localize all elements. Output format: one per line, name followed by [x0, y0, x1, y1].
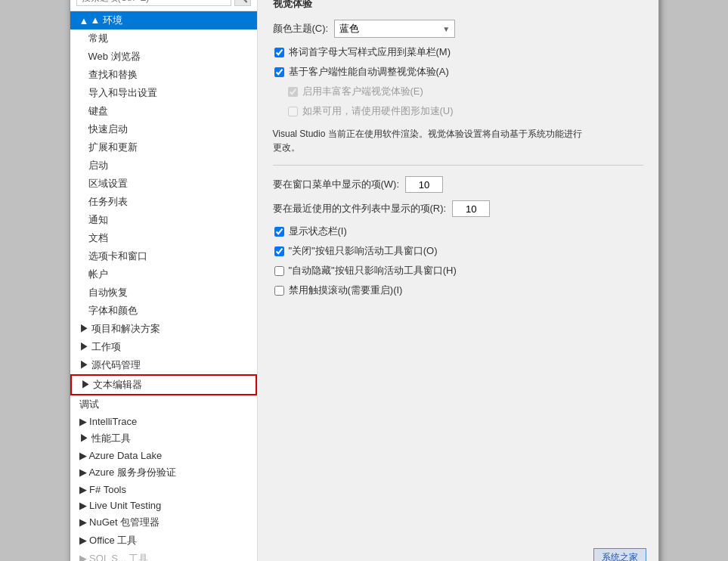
tree-item-keyboard[interactable]: 键盘: [70, 102, 257, 120]
recent-files-input[interactable]: [452, 200, 490, 217]
tree-item-azure-auth[interactable]: ▶ Azure 服务身份验证: [70, 463, 257, 482]
window-menu-input[interactable]: [405, 176, 443, 193]
checkbox-row-2: 基于客户端性能自动调整视觉体验(A): [273, 65, 643, 79]
checkbox-rich-client[interactable]: [288, 87, 298, 97]
checkbox-autohide-active-tool[interactable]: [274, 266, 284, 276]
checkbox-show-statusbar[interactable]: [274, 227, 284, 237]
checkbox-menu-capitalize[interactable]: [274, 48, 284, 57]
recent-files-label: 要在最近使用的文件列表中显示的项(R):: [273, 202, 447, 215]
checkbox-row-6: "关闭"按钮只影响活动工具窗口(O): [273, 244, 643, 258]
tree-item-task-list[interactable]: 任务列表: [70, 193, 257, 211]
checkbox-hardware-accel-label[interactable]: 如果可用，请使用硬件图形加速(U): [302, 104, 454, 118]
color-theme-row: 颜色主题(C): 蓝色 ▼: [273, 20, 643, 38]
recent-files-row: 要在最近使用的文件列表中显示的项(R):: [273, 200, 643, 217]
tree-item-live-unit-testing[interactable]: ▶ Live Unit Testing: [70, 497, 257, 513]
search-input[interactable]: [76, 0, 231, 6]
window-menu-label: 要在窗口菜单中显示的项(W):: [273, 178, 400, 191]
tree-item-azure-data-lake[interactable]: ▶ Azure Data Lake: [70, 448, 257, 463]
checkbox-close-active-tool[interactable]: [274, 246, 284, 256]
tree-item-web-browser[interactable]: Web 浏览器: [70, 48, 257, 66]
tree-item-autorecover[interactable]: 自动恢复: [70, 284, 257, 302]
tree-item-office-tools[interactable]: ▶ Office 工具: [70, 532, 257, 550]
color-theme-dropdown[interactable]: 蓝色 ▼: [334, 20, 455, 38]
section-title: 视觉体验: [273, 0, 643, 11]
checkbox-disable-touch-scroll-label[interactable]: 禁用触摸滚动(需要重启)(I): [289, 284, 403, 297]
tree-container: ▲ ▲ 环境 常规 Web 浏览器 查找和替换 导入和导出设置 键盘 快速启动 …: [70, 11, 257, 561]
tree-item-docs[interactable]: 文档: [70, 229, 257, 247]
checkbox-row-1: 将词首字母大写样式应用到菜单栏(M): [273, 45, 643, 59]
checkbox-autohide-active-tool-label[interactable]: "自动隐藏"按钮只影响活动工具窗口(H): [289, 264, 457, 277]
checkbox-menu-capitalize-label[interactable]: 将词首字母大写样式应用到菜单栏(M): [289, 45, 451, 59]
tree-item-perf-tools[interactable]: ▶ 性能工具: [70, 429, 257, 448]
checkbox-auto-adjust-visual-label[interactable]: 基于客户端性能自动调整视觉体验(A): [289, 65, 449, 79]
checkbox-hardware-accel[interactable]: [288, 107, 298, 116]
info-text: Visual Studio 当前正在使用软件渲染。视觉体验设置将自动基于系统功能…: [273, 127, 590, 154]
color-theme-label: 颜色主题(C):: [273, 22, 329, 36]
tree-item-environment[interactable]: ▲ ▲ 环境: [70, 11, 257, 29]
tree-item-work-items[interactable]: ▶ 工作项: [70, 338, 257, 356]
tree-item-fonts-colors[interactable]: 字体和颜色: [70, 302, 257, 320]
tree-expand-icon: ▲: [79, 15, 89, 26]
search-box: 🔍: [70, 0, 257, 11]
tree-item-debug[interactable]: 调试: [70, 395, 257, 414]
tree-item-account[interactable]: 帐户: [70, 265, 257, 284]
tree-item-general[interactable]: 常规: [70, 29, 257, 48]
watermark: 系统之家: [593, 548, 646, 561]
tree-item-projects[interactable]: ▶ 项目和解决方案: [70, 320, 257, 338]
window-menu-row: 要在窗口菜单中显示的项(W):: [273, 176, 643, 193]
search-icon: 🔍: [237, 0, 248, 3]
checkbox-row-7: "自动隐藏"按钮只影响活动工具窗口(H): [273, 264, 643, 277]
checkbox-disable-touch-scroll[interactable]: [274, 286, 284, 296]
search-button[interactable]: 🔍: [234, 0, 251, 6]
tree-item-source-control[interactable]: ▶ 源代码管理: [70, 356, 257, 374]
tree-item-intellitrace[interactable]: ▶ IntelliTrace: [70, 414, 257, 429]
checkbox-row-5: 显示状态栏(I): [273, 225, 643, 238]
left-panel: 🔍 ▲ ▲ 环境 常规 Web 浏览器 查找和替换 导入和导出设置 键盘 快速启…: [70, 0, 258, 561]
checkbox-row-8: 禁用触摸滚动(需要重启)(I): [273, 284, 643, 297]
tree-item-extensions[interactable]: 扩展和更新: [70, 138, 257, 157]
tree-item-find-replace[interactable]: 查找和替换: [70, 66, 257, 84]
tree-item-text-editor[interactable]: ▶ 文本编辑器: [70, 374, 257, 395]
right-panel: 视觉体验 颜色主题(C): 蓝色 ▼ 将词首字母大写样式应用到菜单栏(M) 基于…: [258, 0, 658, 561]
tree-item-fsharp-tools[interactable]: ▶ F# Tools: [70, 482, 257, 497]
tree-item-tabs-windows[interactable]: 选项卡和窗口: [70, 247, 257, 265]
checkbox-rich-client-label[interactable]: 启用丰富客户端视觉体验(E): [302, 85, 423, 98]
checkbox-row-3: 启用丰富客户端视觉体验(E): [273, 85, 643, 98]
checkbox-show-statusbar-label[interactable]: 显示状态栏(I): [289, 225, 347, 238]
watermark-text: 系统之家: [602, 552, 638, 561]
tree-item-locale[interactable]: 区域设置: [70, 175, 257, 193]
dropdown-arrow-icon: ▼: [442, 25, 450, 33]
tree-item-notify[interactable]: 通知: [70, 211, 257, 229]
tree-item-quick-launch[interactable]: 快速启动: [70, 120, 257, 138]
tree-item-sql-tools[interactable]: ▶ SQL S... 工具: [70, 550, 257, 561]
dialog-body: 🔍 ▲ ▲ 环境 常规 Web 浏览器 查找和替换 导入和导出设置 键盘 快速启…: [70, 0, 658, 561]
tree-item-nuget[interactable]: ▶ NuGet 包管理器: [70, 513, 257, 532]
divider-1: [273, 165, 643, 166]
tree-item-import-export[interactable]: 导入和导出设置: [70, 84, 257, 102]
checkbox-row-4: 如果可用，请使用硬件图形加速(U): [273, 104, 643, 118]
color-theme-value: 蓝色: [339, 22, 359, 36]
tree-item-startup[interactable]: 启动: [70, 157, 257, 175]
checkbox-close-active-tool-label[interactable]: "关闭"按钮只影响活动工具窗口(O): [289, 244, 438, 258]
checkbox-auto-adjust-visual[interactable]: [274, 67, 284, 77]
